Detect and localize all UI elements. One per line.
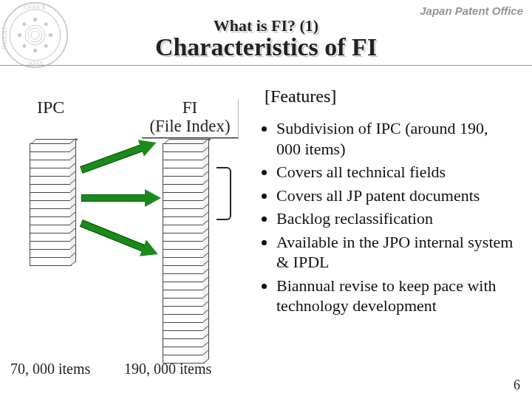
- brace-icon: [216, 167, 231, 220]
- fi-label-line1: FI: [183, 98, 197, 117]
- feature-item: Covers all technical fields: [276, 162, 516, 183]
- header-divider: [0, 65, 532, 66]
- fi-label-line2: (File Index): [149, 117, 230, 135]
- svg-text:OFFICE: OFFICE: [24, 4, 46, 11]
- features-heading: [Features]: [265, 86, 336, 106]
- feature-item: Biannual revise to keep pace with techno…: [276, 276, 516, 316]
- ipc-label: IPC: [37, 98, 64, 117]
- svg-text:JAPAN: JAPAN: [27, 61, 44, 67]
- feature-item: Subdivision of IPC (around 190, 000 item…: [276, 118, 516, 159]
- slide-number: 6: [514, 378, 520, 393]
- fi-label: FI (File Index): [142, 98, 238, 138]
- features-list: Subdivision of IPC (around 190, 000 item…: [257, 118, 516, 319]
- feature-item: Covers all JP patent documents: [276, 185, 516, 206]
- org-label: Japan Patent Office: [420, 4, 523, 17]
- title-main: Characteristics of FI: [0, 33, 532, 61]
- ipc-count: 70, 000 items: [10, 361, 90, 378]
- fi-stack-graphic: [163, 144, 214, 358]
- feature-item: Backlog reclassification: [276, 208, 516, 229]
- fi-count: 190, 000 items: [124, 361, 211, 378]
- ipc-stack-graphic: [30, 144, 81, 262]
- feature-item: Available in the JPO internal system & I…: [276, 232, 516, 273]
